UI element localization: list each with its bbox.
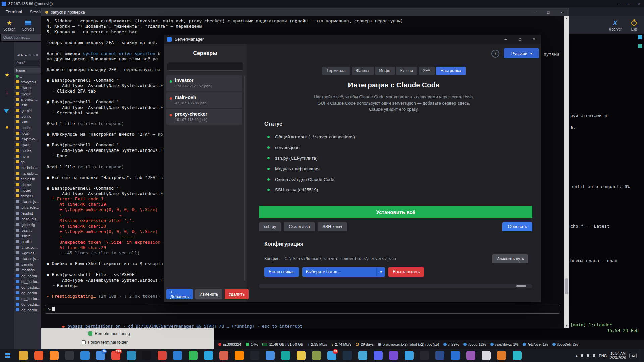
- tray-language[interactable]: ENG: [599, 354, 607, 358]
- horizontal-scrollbar[interactable]: [259, 284, 532, 288]
- user-ball-icon[interactable]: ●: [0, 124, 14, 131]
- taskbar-app-chrome-canary[interactable]: [293, 349, 309, 362]
- tree-item[interactable]: .local: [14, 130, 41, 136]
- tree-item[interactable]: .kimi: [14, 119, 41, 125]
- toolbar-x-server-button[interactable]: XX server: [606, 16, 625, 34]
- file-toolbar-icon[interactable]: ⌂: [33, 53, 35, 57]
- taskbar-app-vscode[interactable]: [123, 349, 139, 362]
- taskbar-app-app-cyan[interactable]: [509, 349, 525, 362]
- tree-item[interactable]: .npm: [14, 153, 41, 159]
- backup-select-dropdown[interactable]: Выберите бэкап... ▾: [302, 267, 385, 277]
- tree-item[interactable]: go: [14, 159, 41, 165]
- toolbar-session-button[interactable]: ★Session: [0, 16, 19, 34]
- path-input[interactable]: /root/: [15, 60, 40, 66]
- toolbar-servers-button[interactable]: Servers: [19, 16, 38, 34]
- servermanager-titlebar[interactable]: ServerManager – □ ×: [164, 35, 541, 44]
- taskbar-app-app-olive[interactable]: [309, 349, 324, 362]
- tree-item[interactable]: .claude.js…: [14, 256, 41, 261]
- close-icon[interactable]: ×: [634, 0, 644, 7]
- tree-item[interactable]: log_backu…: [14, 296, 41, 301]
- taskbar-app-discord[interactable]: [370, 349, 386, 362]
- panel-icon[interactable]: [638, 44, 642, 48]
- maximize-icon[interactable]: □: [624, 0, 634, 7]
- tree-item[interactable]: log_backu…: [14, 279, 41, 284]
- taskbar-app-app-orange[interactable]: [494, 349, 509, 362]
- tree-item[interactable]: .dotnet: [14, 182, 41, 187]
- follow-terminal-checkbox[interactable]: Follow terminal folder: [82, 340, 128, 345]
- minimize-icon[interactable]: –: [499, 35, 513, 44]
- taskbar-app-app-red[interactable]: [154, 349, 170, 362]
- close-icon[interactable]: ×: [527, 35, 541, 44]
- taskbar-app-jetbrains[interactable]: [417, 349, 432, 362]
- taskbar-app-file-explorer[interactable]: [15, 349, 31, 362]
- taskbar-app-app-violet[interactable]: [463, 349, 478, 362]
- tree-item[interactable]: .gemini: [14, 108, 41, 113]
- show-desktop-button[interactable]: [640, 349, 641, 362]
- taskbar-app-terminal[interactable]: [139, 349, 154, 362]
- file-toolbar-icon[interactable]: ▲: [24, 53, 28, 57]
- taskbar-app-app-blue[interactable]: [170, 349, 185, 362]
- tree-item[interactable]: .git-crede…: [14, 204, 41, 210]
- tree-item[interactable]: ai-proxy…: [14, 96, 41, 102]
- server-item-investor[interactable]: investor173.212.212.157 [ssh]: [166, 75, 242, 91]
- scroll-down-icon[interactable]: ▼: [564, 324, 569, 328]
- tree-item[interactable]: .wget-hs…: [14, 250, 41, 256]
- taskbar-app-vlc[interactable]: [231, 349, 247, 362]
- tree-item[interactable]: ..: [14, 73, 41, 79]
- component-button[interactable]: Скилл /ssh: [284, 222, 315, 231]
- scrollbar-thumb[interactable]: [516, 285, 526, 287]
- tree-item[interactable]: log_backu…: [14, 290, 41, 296]
- scrollbar-thumb[interactable]: [565, 278, 568, 294]
- file-toolbar-icon[interactable]: ◀: [17, 53, 19, 57]
- start-button[interactable]: [0, 349, 15, 362]
- quick-connect-input[interactable]: Quick connect...: [1, 34, 47, 41]
- tree-item[interactable]: .lesshst: [14, 210, 41, 216]
- telegram-icon[interactable]: ▶: [0, 104, 15, 116]
- tree-item[interactable]: .ssh: [14, 102, 41, 108]
- tree-item[interactable]: .gitconfig: [14, 222, 41, 227]
- file-toolbar-icon[interactable]: ↻: [29, 53, 32, 57]
- change-path-button[interactable]: Изменить путь: [492, 254, 528, 263]
- file-toolbar-icon[interactable]: ×: [36, 53, 38, 57]
- tree-item[interactable]: log_backu…: [14, 273, 41, 279]
- tree-item[interactable]: myvpn: [14, 90, 41, 96]
- terminal-prompt-input[interactable]: >: [45, 305, 560, 314]
- tray-clock[interactable]: 10:54 AM 2/23/2026: [610, 351, 626, 360]
- menu-item-terminal[interactable]: Terminal: [2, 9, 26, 14]
- server-item-proxy-checker[interactable]: proxy-checker161.97.118.40 [ssh]: [166, 109, 242, 125]
- tree-name-header[interactable]: Name: [14, 68, 41, 73]
- minimize-icon[interactable]: –: [528, 8, 542, 16]
- notification-badge[interactable]: 32: [629, 353, 637, 358]
- close-icon[interactable]: ×: [555, 8, 569, 16]
- taskbar-app-app-green[interactable]: [185, 349, 201, 362]
- minimize-icon[interactable]: –: [614, 0, 624, 7]
- maximize-icon[interactable]: □: [542, 8, 555, 16]
- tree-item[interactable]: .cli-proxy…: [14, 136, 41, 142]
- maximize-icon[interactable]: □: [513, 35, 527, 44]
- add-server-button[interactable]: + Добавить: [166, 289, 193, 299]
- tree-item[interactable]: log_backu…: [14, 301, 41, 307]
- refresh-button[interactable]: Обновить: [502, 222, 532, 231]
- tree-item[interactable]: proxyapis: [14, 79, 41, 85]
- taskbar-app-edge[interactable]: [77, 349, 93, 362]
- taskbar-app-app-dark[interactable]: [62, 349, 77, 362]
- scroll-up-icon[interactable]: ▲: [564, 16, 569, 20]
- taskbar-app-telegram[interactable]: [201, 349, 216, 362]
- server-search-input[interactable]: [167, 62, 243, 71]
- toolbar-exit-button[interactable]: Exit: [625, 16, 643, 34]
- tray-network-icon[interactable]: [581, 354, 583, 357]
- taskbar-app-heidisql[interactable]: 45: [324, 349, 339, 362]
- taskbar-app-brave[interactable]: [31, 349, 46, 362]
- taskbar-app-app-sky[interactable]: [355, 349, 370, 362]
- taskbar-app-steam[interactable]: [339, 349, 355, 362]
- tray-chevron-icon[interactable]: ▴: [576, 354, 577, 357]
- tree-item[interactable]: log_backu…: [14, 307, 41, 313]
- restore-button[interactable]: Восстановить: [388, 267, 424, 277]
- taskbar-app-app-teal[interactable]: [278, 349, 293, 362]
- tree-item[interactable]: .bash_his…: [14, 216, 41, 222]
- tree-item[interactable]: mariadb-…: [14, 170, 41, 176]
- edit-server-button[interactable]: Изменить: [195, 289, 222, 299]
- tree-item[interactable]: log_backu…: [14, 284, 41, 290]
- taskbar-app-obs[interactable]: [247, 349, 262, 362]
- tray-shield-icon[interactable]: [593, 354, 595, 357]
